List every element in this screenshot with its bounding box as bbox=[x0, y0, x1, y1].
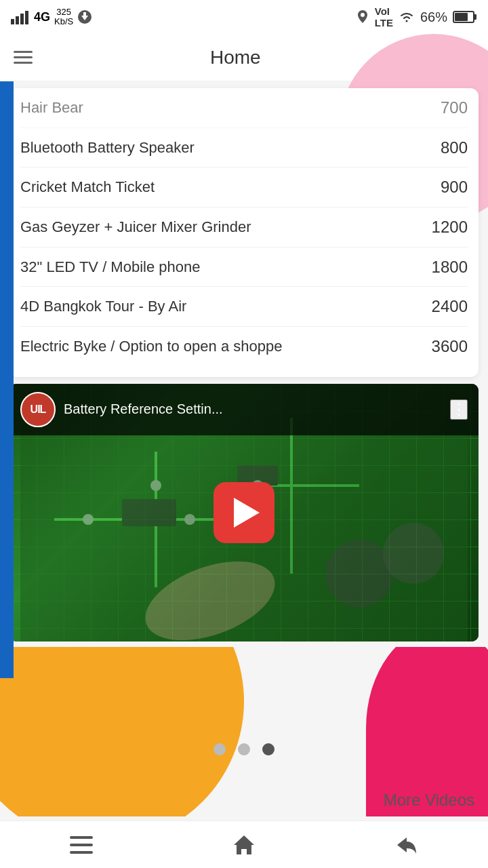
reward-item-name: 32" LED TV / Mobile phone bbox=[20, 257, 413, 277]
volte-icon: VoILTE bbox=[375, 5, 393, 28]
svg-point-21 bbox=[184, 514, 195, 525]
more-videos-button[interactable]: More Videos bbox=[384, 791, 474, 810]
back-icon bbox=[394, 835, 419, 855]
play-icon bbox=[234, 498, 260, 528]
svg-rect-10 bbox=[455, 13, 468, 21]
battery-icon bbox=[453, 10, 477, 24]
rewards-table: Hair Bear 700 Bluetooth Battery Speaker … bbox=[20, 88, 468, 366]
reward-item-name: Cricket Match Ticket bbox=[20, 177, 413, 197]
svg-rect-1 bbox=[16, 16, 19, 24]
battery-percent: 66% bbox=[420, 9, 447, 25]
svg-rect-25 bbox=[70, 836, 93, 839]
status-speed: 325Kb/S bbox=[54, 7, 73, 27]
dot-2 bbox=[238, 743, 250, 755]
video-container[interactable]: UIL Battery Reference Settin... ⋮ bbox=[9, 384, 479, 642]
svg-point-20 bbox=[83, 514, 94, 525]
table-row: 32" LED TV / Mobile phone 1800 bbox=[20, 248, 468, 288]
reward-item-name: 4D Bangkok Tour - By Air bbox=[20, 296, 413, 317]
menu-icon bbox=[70, 836, 93, 854]
svg-rect-6 bbox=[83, 12, 86, 16]
table-row: Cricket Match Ticket 900 bbox=[20, 167, 468, 208]
download-icon bbox=[77, 9, 92, 24]
svg-rect-26 bbox=[70, 844, 93, 846]
svg-rect-3 bbox=[25, 11, 28, 24]
status-bar: 4G 325Kb/S VoILTE 66% bbox=[0, 0, 488, 34]
signal-icon bbox=[11, 9, 30, 24]
table-row: 4D Bangkok Tour - By Air 2400 bbox=[20, 287, 468, 327]
video-header: UIL Battery Reference Settin... ⋮ bbox=[9, 384, 479, 435]
svg-point-22 bbox=[150, 480, 161, 491]
main-content: Hair Bear 700 Bluetooth Battery Speaker … bbox=[0, 88, 488, 816]
table-row: Electric Byke / Option to open a shoppe … bbox=[20, 327, 468, 366]
reward-points: 900 bbox=[413, 178, 468, 197]
nav-bar bbox=[0, 821, 488, 868]
status-left: 4G 325Kb/S bbox=[11, 7, 92, 27]
bottom-section: More Videos bbox=[0, 647, 488, 816]
wifi-icon bbox=[399, 10, 415, 24]
video-more-button[interactable]: ⋮ bbox=[450, 399, 468, 420]
channel-logo-text: UIL bbox=[30, 403, 46, 416]
svg-rect-0 bbox=[11, 19, 14, 24]
reward-points: 2400 bbox=[413, 297, 468, 316]
svg-rect-16 bbox=[122, 499, 176, 526]
nav-menu-button[interactable] bbox=[61, 825, 102, 865]
location-icon bbox=[356, 9, 369, 24]
svg-point-19 bbox=[383, 523, 444, 584]
reward-points: 700 bbox=[413, 98, 468, 117]
reward-item-name: Bluetooth Battery Speaker bbox=[20, 138, 413, 158]
dot-1 bbox=[214, 743, 226, 755]
svg-rect-27 bbox=[70, 851, 93, 854]
hamburger-menu[interactable] bbox=[14, 51, 33, 64]
reward-item-name: Gas Geyzer + Juicer Mixer Grinder bbox=[20, 217, 413, 237]
home-icon bbox=[232, 834, 256, 856]
channel-logo: UIL bbox=[20, 392, 56, 427]
nav-back-button[interactable] bbox=[386, 825, 427, 865]
app-title: Home bbox=[210, 47, 261, 68]
table-row: Bluetooth Battery Speaker 800 bbox=[20, 128, 468, 168]
svg-rect-9 bbox=[474, 14, 476, 20]
reward-item-name: Hair Bear bbox=[20, 98, 413, 118]
table-row: Gas Geyzer + Juicer Mixer Grinder 1200 bbox=[20, 208, 468, 248]
reward-points: 1800 bbox=[413, 258, 468, 277]
reward-points: 800 bbox=[413, 138, 468, 157]
left-sidebar-strip bbox=[0, 81, 14, 678]
svg-point-7 bbox=[361, 13, 365, 17]
table-row: Hair Bear 700 bbox=[20, 88, 468, 128]
play-button[interactable] bbox=[214, 482, 274, 543]
svg-rect-2 bbox=[20, 14, 24, 24]
video-section: UIL Battery Reference Settin... ⋮ bbox=[9, 384, 479, 642]
rewards-card: Hair Bear 700 Bluetooth Battery Speaker … bbox=[9, 88, 479, 377]
reward-item-name: Electric Byke / Option to open a shoppe bbox=[20, 336, 413, 357]
signal-type: 4G bbox=[34, 10, 50, 24]
bg-circle-yellow bbox=[0, 647, 244, 816]
svg-point-18 bbox=[325, 540, 393, 608]
dot-indicators bbox=[214, 743, 274, 755]
reward-points: 1200 bbox=[413, 218, 468, 237]
status-right: VoILTE 66% bbox=[356, 5, 477, 28]
video-title: Battery Reference Settin... bbox=[64, 401, 450, 417]
nav-home-button[interactable] bbox=[224, 825, 264, 865]
dot-3 bbox=[262, 743, 274, 755]
reward-points: 3600 bbox=[413, 337, 468, 356]
